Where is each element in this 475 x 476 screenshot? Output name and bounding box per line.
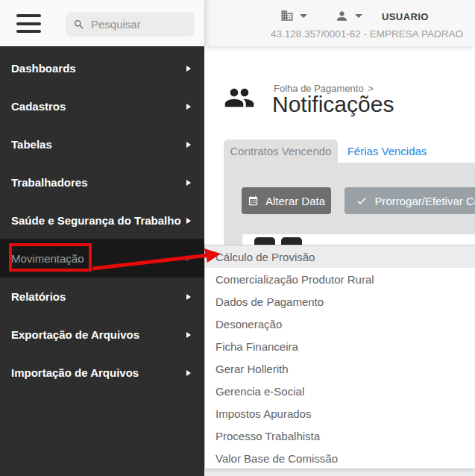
sidebar-item-label: Tabelas xyxy=(11,138,186,151)
submenu-item-impostos-apurados[interactable]: Impostos Apurados xyxy=(205,402,475,425)
submenu-item-valor-base-de-comissao[interactable]: Valor Base de Comissão xyxy=(205,447,475,469)
chevron-right-icon xyxy=(186,218,191,224)
sidebar-item-label: Trabalhadores xyxy=(11,176,186,189)
sidebar-item-saude-seguranca[interactable]: Saúde e Segurança do Trabalho xyxy=(0,201,204,239)
topbar-left xyxy=(0,0,204,46)
tab-label: Férias Vencidas xyxy=(347,145,427,157)
sidebar-item-tabelas[interactable]: Tabelas xyxy=(0,125,204,163)
sidebar-item-label: Relatórios xyxy=(11,290,186,303)
chevron-right-icon xyxy=(186,370,191,376)
sidebar-item-exportacao[interactable]: Exportação de Arquivos xyxy=(0,316,204,354)
chevron-right-icon xyxy=(186,294,191,300)
calendar-icon xyxy=(248,195,259,207)
sidebar-item-movimentacao[interactable]: Movimentação xyxy=(0,239,204,278)
sidebar-item-label: Movimentação xyxy=(11,252,186,265)
building-icon xyxy=(280,9,294,22)
sidebar-item-dashboards[interactable]: Dashboards xyxy=(0,49,204,87)
button-label: Prorrogar/Efetivar Cont xyxy=(374,195,475,207)
chevron-down-icon xyxy=(355,14,362,18)
page-title: Notificações xyxy=(272,92,394,117)
chevron-right-icon xyxy=(186,255,191,261)
search-box xyxy=(66,12,195,37)
sidebar-item-label: Saúde e Segurança do Trabalho xyxy=(11,214,186,227)
submenu-item-dados-de-pagamento[interactable]: Dados de Pagamento xyxy=(205,290,475,313)
bottom-strip xyxy=(204,469,475,476)
sidebar-item-label: Importação de Arquivos xyxy=(11,366,186,379)
chevron-right-icon xyxy=(186,142,191,148)
search-input[interactable] xyxy=(91,18,187,31)
tab-label: Contratos Vencendo xyxy=(230,145,332,157)
submenu-item-processo-trabalhista[interactable]: Processo Trabalhista xyxy=(205,425,475,447)
button-label: Alterar Data xyxy=(265,195,325,207)
sidebar-item-importacao[interactable]: Importação de Arquivos xyxy=(0,354,204,392)
chevron-right-icon xyxy=(186,104,191,110)
company-selector-dropdown[interactable] xyxy=(280,9,307,22)
chevron-right-icon xyxy=(186,66,191,72)
submenu-item-desoneracao[interactable]: Desoneração xyxy=(205,313,475,335)
search-icon xyxy=(73,19,85,31)
hamburger-bar xyxy=(16,30,41,33)
sidebar-item-label: Dashboards xyxy=(11,62,186,75)
user-menu-dropdown[interactable] xyxy=(335,9,362,23)
people-icon xyxy=(224,82,255,116)
sidebar-item-label: Cadastros xyxy=(11,100,186,113)
chevron-right-icon xyxy=(186,180,191,186)
submenu-item-comercializacao-produtor-rural[interactable]: Comercialização Produtor Rural xyxy=(205,268,475,290)
chevron-right-icon xyxy=(186,332,191,338)
company-label: 43.128.357/0001-62 - EMPRESA PADRAO xyxy=(271,28,463,40)
tab-contratos-vencendo[interactable]: Contratos Vencendo xyxy=(224,140,338,163)
hamburger-bar xyxy=(16,14,41,17)
sidebar-item-label: Exportação de Arquivos xyxy=(11,328,186,341)
hamburger-bar xyxy=(16,22,41,25)
sidebar-item-trabalhadores[interactable]: Trabalhadores xyxy=(0,163,204,201)
check-icon xyxy=(356,195,368,207)
app-window: USUARIO 43.128.357/0001-62 - EMPRESA PAD… xyxy=(0,0,475,476)
hamburger-menu-icon[interactable] xyxy=(16,14,41,33)
sidebar-item-relatorios[interactable]: Relatórios xyxy=(0,278,204,316)
tab-ferias-vencidas[interactable]: Férias Vencidas xyxy=(339,140,435,163)
topbar-right: USUARIO 43.128.357/0001-62 - EMPRESA PAD… xyxy=(204,0,475,46)
prorrogar-efetivar-button[interactable]: Prorrogar/Efetivar Cont xyxy=(345,187,475,214)
movimentacao-submenu: Cálculo de Provisão Comercialização Prod… xyxy=(204,245,475,469)
chevron-down-icon xyxy=(300,14,307,18)
person-icon xyxy=(335,9,349,23)
submenu-item-gerencia-e-social[interactable]: Gerencia e-Social xyxy=(205,380,475,402)
submenu-item-calculo-de-provisao[interactable]: Cálculo de Provisão xyxy=(205,245,475,268)
alterar-data-button[interactable]: Alterar Data xyxy=(242,187,331,214)
user-label: USUARIO xyxy=(382,11,429,22)
sidebar-nav: Dashboards Cadastros Tabelas Trabalhador… xyxy=(0,46,204,476)
sidebar-item-cadastros[interactable]: Cadastros xyxy=(0,87,204,125)
submenu-item-gerar-hollerith[interactable]: Gerar Hollerith xyxy=(205,357,475,380)
submenu-item-ficha-financeira[interactable]: Ficha Financeira xyxy=(205,335,475,357)
